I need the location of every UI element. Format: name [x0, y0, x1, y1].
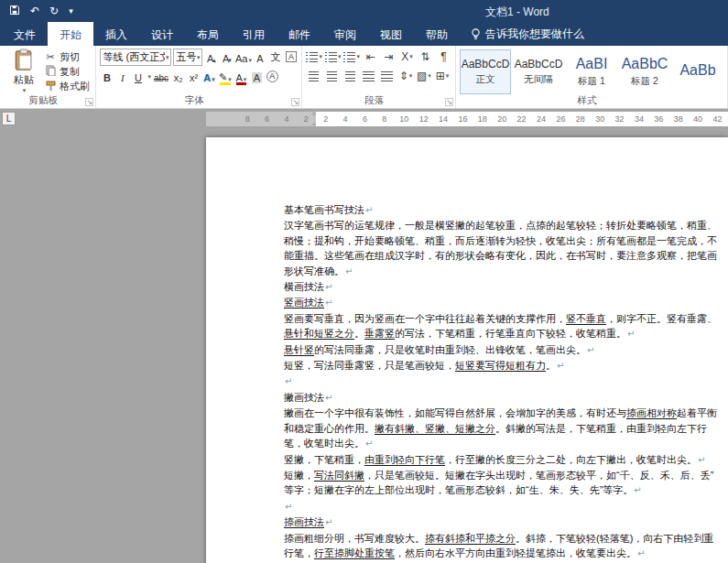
paste-button[interactable]: 粘贴 ▾ [4, 49, 44, 94]
tab-mailings[interactable]: 邮件 [277, 22, 322, 46]
clipboard-dialog-launcher[interactable]: ↘ [85, 98, 93, 106]
highlight-button[interactable]: ✎▾ [218, 69, 233, 85]
style-preview: AaBbCcD [515, 58, 563, 70]
style-chip-2[interactable]: AaBI标题 1 [566, 49, 617, 94]
paragraph[interactable]: 基本笔画书写技法↵ [284, 202, 723, 218]
strikethrough-button[interactable]: abc [153, 69, 169, 85]
text-run: 由重到轻向下行笔 [364, 454, 445, 465]
copy-label: 复制 [60, 65, 80, 79]
undo-button[interactable]: ↶ [30, 5, 39, 16]
paragraph[interactable]: 竖画技法↵ [284, 295, 723, 310]
font-size-combo[interactable]: 五号 ▾ [173, 49, 202, 66]
increase-indent-button[interactable]: ⇥ [381, 49, 397, 65]
lightbulb-icon [471, 28, 481, 40]
first-line-indent-marker[interactable]: ▿ [312, 112, 316, 117]
paragraph[interactable]: ↵ [284, 499, 723, 514]
format-painter-button[interactable]: 格式刷 [44, 80, 90, 94]
subscript-button[interactable]: x₂ [171, 69, 185, 85]
paragraph[interactable]: 捺画粗细分明，书写难度较大。捺有斜捺和平捺之分。斜捺，下笔较轻(轻落笔)，向右下… [284, 531, 723, 562]
word-window: ↶ ↻ ▾ 文档1 - Word 文件开始插入设计布局引用邮件审阅视图帮助 告诉… [0, 0, 728, 563]
style-chip-4[interactable]: AaBb [672, 49, 723, 94]
ruler-text-numbers: ▿ ▵ 246810121416182022242628303234363840… [316, 112, 728, 126]
ruler-number: 28 [570, 112, 590, 126]
borders-button[interactable]: ⊞▾ [434, 68, 450, 84]
document-body[interactable]: 基本笔画书写技法↵汉字笔画书写的运笔规律，一般是横竖撇的起笔较重，点捺的起笔较轻… [284, 202, 723, 563]
tab-stop-selector[interactable]: L [2, 112, 16, 125]
underline-button[interactable]: U [131, 69, 145, 85]
ruler-number: 16 [453, 112, 473, 126]
style-chip-1[interactable]: AaBbCcD无间隔 [513, 49, 564, 94]
group-clipboard: 粘贴 ▾ ✂ 剪切 复制 格式刷 [0, 46, 96, 108]
tab-file[interactable]: 文件 [2, 22, 48, 46]
show-marks-button[interactable]: ¶ [436, 49, 451, 65]
grow-font-button[interactable]: A▴ [204, 49, 218, 66]
paragraph-mark: ↵ [365, 205, 373, 215]
bullets-button[interactable]: ▾ [306, 49, 322, 65]
paragraph[interactable]: 横画技法↵ [284, 279, 723, 295]
copy-button[interactable]: 复制 [44, 64, 90, 79]
text-run: ，则字不正。竖有垂露、 [606, 313, 717, 324]
paragraph[interactable]: 短竖，写法同垂露竖，只是笔画较短，短竖要写得短粗有力。↵ [284, 358, 723, 374]
paragraph[interactable]: 汉字笔画书写的运笔规律，一般是横竖撇的起笔较重，点捺的起笔较轻；转折处要略顿笔，… [284, 218, 723, 279]
tab-insert[interactable]: 插入 [93, 22, 139, 46]
shading-button[interactable]: ▧▾ [416, 68, 431, 84]
quick-access-toolbar: ↶ ↻ ▾ [0, 5, 73, 17]
document-page[interactable]: 基本笔画书写技法↵汉字笔画书写的运笔规律，一般是横竖撇的起笔较重，点捺的起笔较轻… [206, 137, 728, 563]
italic-button[interactable]: I [115, 69, 129, 85]
decrease-indent-button[interactable]: ⇤ [363, 49, 378, 65]
asian-layout-button[interactable]: X▾ [399, 49, 415, 65]
tab-design[interactable]: 设计 [139, 22, 185, 46]
tab-view[interactable]: 视图 [368, 22, 414, 46]
enclose-characters-button[interactable]: A [266, 69, 279, 85]
font-dialog-launcher[interactable]: ↘ [291, 98, 299, 106]
horizontal-ruler[interactable]: 8642 ▿ ▵ 2468101214161820222426283032343… [206, 112, 728, 126]
tell-me[interactable]: 告诉我你想要做什么 [460, 22, 595, 46]
clear-formatting-button[interactable]: A [253, 49, 266, 66]
bold-button[interactable]: B [100, 69, 114, 85]
sort-button[interactable]: ⇅ [418, 49, 433, 65]
paragraph[interactable]: 悬针竖的写法同垂露，只是收笔时由重到轻、出锋收笔，笔画出尖。↵ [284, 342, 723, 358]
cut-button[interactable]: ✂ 剪切 [44, 49, 90, 64]
paragraph-dialog-launcher[interactable]: ↘ [445, 98, 453, 106]
phonetic-guide-button[interactable]: 文 [268, 49, 282, 66]
tab-review[interactable]: 审阅 [322, 22, 368, 46]
justify-button[interactable] [361, 68, 376, 84]
paste-dropdown-icon[interactable]: ▾ [23, 87, 27, 94]
paragraph[interactable]: ↵ [284, 374, 723, 389]
text-run: 竖画要写垂直，因为竖画在一个字中往往起着关键的支撑作用， [284, 313, 566, 324]
superscript-button[interactable]: x² [187, 69, 201, 85]
style-chip-3[interactable]: AaBbC标题 2 [619, 49, 670, 94]
font-color-button[interactable]: A▾ [234, 69, 248, 85]
paragraph[interactable]: 竖画要写垂直，因为竖画在一个字中往往起着关键的支撑作用，竖不垂直，则字不正。竖有… [284, 311, 723, 342]
text-effects-button[interactable]: A▾ [202, 69, 216, 85]
save-button[interactable] [9, 5, 20, 17]
align-left-button[interactable] [306, 68, 321, 84]
align-center-button[interactable] [324, 68, 340, 84]
paragraph[interactable]: 撇画技法↵ [284, 390, 723, 406]
underline-dropdown-icon[interactable]: ▾ [147, 73, 151, 81]
font-family-combo[interactable]: 等线 (西文正文 ▾ [100, 49, 171, 66]
tab-layout[interactable]: 布局 [185, 22, 231, 46]
qat-customize-button[interactable]: ▾ [69, 7, 73, 16]
change-case-button[interactable]: Aa▾ [235, 49, 251, 66]
paragraph[interactable]: 捺画技法↵ [284, 514, 723, 530]
paragraph-mark: ↵ [627, 329, 635, 339]
multilevel-list-button[interactable]: ▾ [343, 49, 360, 65]
character-border-button[interactable]: A [284, 49, 298, 66]
tab-help[interactable]: 帮助 [414, 22, 460, 46]
tab-references[interactable]: 引用 [231, 22, 277, 46]
paragraph[interactable]: 竖撇，下笔稍重，由重到轻向下行笔，行至撇的长度三分之二处，向左下撇出，收笔时出尖… [284, 452, 723, 468]
align-right-button[interactable] [342, 68, 358, 84]
style-chip-0[interactable]: AaBbCcD正文 [460, 49, 511, 94]
redo-button[interactable]: ↻ [49, 5, 59, 16]
tab-home[interactable]: 开始 [48, 22, 93, 46]
numbering-button[interactable]: ▾ [325, 49, 342, 65]
paragraph[interactable]: 短撇，写法同斜撇，只是笔画较短。短撇在字头出现时，笔画形态较平，如“千、反、禾、… [284, 468, 723, 499]
distribute-button[interactable] [379, 68, 395, 84]
paragraph[interactable]: 撇画在一个字中很有装饰性，如能写得自然舒展，会增加字的美感，有时还与捺画相对称起… [284, 406, 723, 451]
line-spacing-button[interactable]: ⇕▾ [397, 68, 413, 84]
shrink-font-button[interactable]: A▾ [220, 49, 234, 66]
character-shading-button[interactable]: A [250, 69, 264, 85]
ruler-number: 38 [668, 112, 688, 126]
hanging-indent-marker[interactable]: ▵ [312, 121, 316, 126]
